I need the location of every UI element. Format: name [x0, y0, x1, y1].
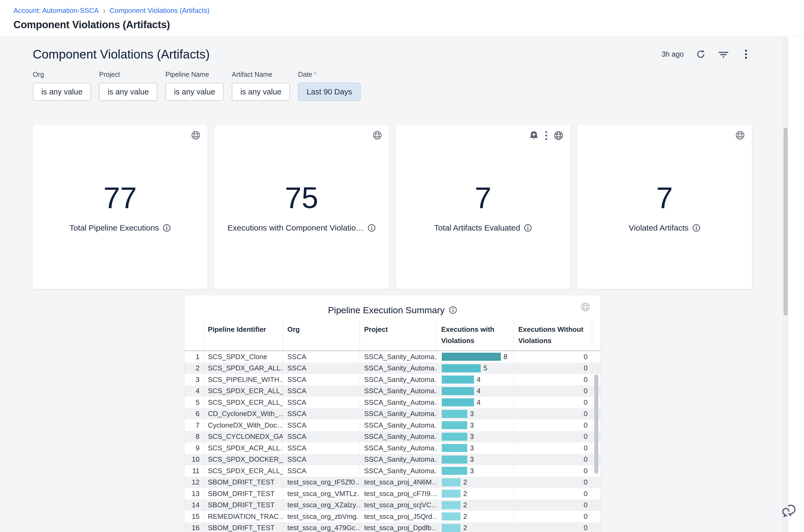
filter-pipeline-name-value-button[interactable]: is any value [165, 83, 224, 101]
violations-bar[interactable] [442, 524, 461, 532]
pipeline-identifier-cell[interactable]: SBOM_DRIFT_TEST [204, 477, 283, 488]
executions-without-violations-cell[interactable]: 0 [514, 385, 592, 397]
project-cell[interactable]: SSCA_Sanity_Automa… [360, 420, 437, 431]
violations-bar[interactable] [442, 467, 467, 475]
pipeline-identifier-cell[interactable]: SCS_SPDX_ECR_ALL_… [204, 385, 283, 397]
executions-with-violations-cell[interactable]: 4 [437, 374, 514, 385]
pipeline-identifier-cell[interactable]: REMEDIATION_TRAC… [204, 511, 283, 522]
violations-bar[interactable] [442, 512, 461, 520]
alert-bell-add-icon[interactable] [529, 130, 539, 141]
violations-bar[interactable] [442, 456, 467, 463]
project-cell[interactable]: SSCA_Sanity_Automa… [360, 363, 437, 374]
column-header-executions-without-violations[interactable]: Executions Without Violations [514, 320, 592, 350]
violations-bar[interactable] [442, 364, 481, 372]
executions-without-violations-cell[interactable]: 0 [514, 465, 592, 477]
org-cell[interactable]: SSCA [283, 385, 360, 397]
executions-with-violations-cell[interactable]: 3 [437, 408, 514, 420]
executions-without-violations-cell[interactable]: 0 [514, 442, 592, 454]
project-cell[interactable]: SSCA_Sanity_Automa… [360, 351, 437, 363]
violations-bar[interactable] [442, 398, 474, 406]
project-cell[interactable]: SSCA_Sanity_Automa… [360, 431, 437, 443]
project-cell[interactable]: test_ssca_proj_4N6M… [360, 477, 437, 488]
org-cell[interactable]: SSCA [283, 408, 360, 420]
project-cell[interactable]: test_ssca_proj_cF7I9… [360, 488, 437, 499]
executions-with-violations-cell[interactable]: 3 [437, 454, 514, 466]
org-cell[interactable]: SSCA [283, 420, 360, 431]
executions-with-violations-cell[interactable]: 2 [437, 477, 514, 488]
executions-with-violations-cell[interactable]: 8 [437, 351, 514, 363]
executions-with-violations-cell[interactable]: 4 [437, 397, 514, 408]
breadcrumb-current-link[interactable]: Component Violations (Artifacts) [110, 6, 209, 15]
filter-date-value-button[interactable]: Last 90 Days [298, 83, 361, 101]
globe-icon[interactable] [372, 130, 382, 140]
violations-bar[interactable] [442, 376, 474, 384]
pipeline-identifier-cell[interactable]: SCS_SPDX_ECR_ALL_… [204, 397, 283, 408]
project-cell[interactable]: SSCA_Sanity_Automa… [360, 397, 437, 408]
executions-with-violations-cell[interactable]: 3 [437, 442, 514, 454]
column-header-org[interactable]: Org [283, 320, 360, 350]
org-cell[interactable]: test_ssca_org_zbVmg… [283, 511, 360, 522]
pipeline-identifier-cell[interactable]: SCS_SPDX_Clone [204, 351, 283, 363]
executions-without-violations-cell[interactable]: 0 [514, 488, 592, 499]
org-cell[interactable]: SSCA [283, 442, 360, 454]
globe-icon[interactable] [554, 131, 563, 140]
violations-bar[interactable] [442, 353, 501, 361]
executions-without-violations-cell[interactable]: 0 [514, 454, 592, 466]
pipeline-identifier-cell[interactable]: SBOM_DRIFT_TEST [204, 499, 283, 511]
globe-icon[interactable] [581, 302, 590, 312]
executions-without-violations-cell[interactable]: 0 [514, 420, 592, 431]
executions-without-violations-cell[interactable]: 0 [514, 511, 592, 522]
info-icon[interactable] [692, 224, 700, 232]
project-cell[interactable]: SSCA_Sanity_Automa… [360, 385, 437, 397]
kebab-menu-icon[interactable] [741, 49, 751, 60]
org-cell[interactable]: SSCA [283, 351, 360, 363]
project-cell[interactable]: test_ssca_proj_J5Qrd… [360, 511, 437, 522]
info-icon[interactable] [368, 224, 376, 232]
project-cell[interactable]: SSCA_Sanity_Automa… [360, 454, 437, 466]
table-scrollbar-thumb[interactable] [594, 375, 598, 474]
org-cell[interactable]: SSCA [283, 363, 360, 374]
pipeline-identifier-cell[interactable]: CD_CycloneDX_With_… [204, 408, 283, 420]
project-cell[interactable]: SSCA_Sanity_Automa… [360, 465, 437, 477]
violations-bar[interactable] [442, 490, 461, 498]
column-header-pipeline-identifier[interactable]: Pipeline Identifier [204, 320, 283, 350]
org-cell[interactable]: SSCA [283, 397, 360, 408]
pipeline-identifier-cell[interactable]: SCS_SPDX_ECR_ALL_… [204, 465, 283, 477]
violations-bar[interactable] [442, 433, 467, 441]
executions-without-violations-cell[interactable]: 0 [514, 499, 592, 511]
pipeline-identifier-cell[interactable]: SBOM_DRIFT_TEST [204, 488, 283, 499]
filter-project-value-button[interactable]: is any value [99, 83, 157, 101]
pipeline-identifier-cell[interactable]: SCS_SPDX_DOCKER_… [204, 454, 283, 466]
filter-org-value-button[interactable]: is any value [33, 83, 91, 101]
executions-with-violations-cell[interactable]: 3 [437, 420, 514, 431]
executions-without-violations-cell[interactable]: 0 [514, 408, 592, 420]
violations-bar[interactable] [442, 478, 461, 487]
project-cell[interactable]: SSCA_Sanity_Automa… [360, 442, 437, 454]
org-cell[interactable]: SSCA [283, 465, 360, 477]
kebab-menu-icon[interactable] [545, 131, 548, 140]
executions-without-violations-cell[interactable]: 0 [514, 431, 592, 443]
violations-bar[interactable] [442, 444, 467, 452]
org-cell[interactable]: test_ssca_org_XZalzy… [283, 499, 360, 511]
executions-without-violations-cell[interactable]: 0 [514, 522, 592, 532]
org-cell[interactable]: test_ssca_org_VMTLz… [283, 488, 360, 499]
violations-bar[interactable] [442, 501, 461, 509]
globe-icon[interactable] [735, 130, 745, 140]
executions-with-violations-cell[interactable]: 4 [437, 385, 514, 397]
column-header-project[interactable]: Project [360, 320, 437, 350]
pipeline-identifier-cell[interactable]: SCS_CYCLONEDX_GA… [204, 431, 283, 443]
column-header-row-number[interactable] [185, 320, 204, 350]
executions-with-violations-cell[interactable]: 2 [437, 488, 514, 499]
project-cell[interactable]: SSCA_Sanity_Automa… [360, 408, 437, 420]
executions-without-violations-cell[interactable]: 0 [514, 351, 592, 363]
violations-bar[interactable] [442, 410, 467, 418]
project-cell[interactable]: SSCA_Sanity_Automa… [360, 374, 437, 385]
pipeline-identifier-cell[interactable]: SCS_SPDX_ACR_ALL… [204, 442, 283, 454]
executions-without-violations-cell[interactable]: 0 [514, 374, 592, 385]
chat-help-icon[interactable] [781, 502, 798, 521]
breadcrumb-account-link[interactable]: Account: Automation-SSCA [14, 6, 99, 15]
executions-with-violations-cell[interactable]: 2 [437, 499, 514, 511]
executions-without-violations-cell[interactable]: 0 [514, 477, 592, 488]
info-icon[interactable] [449, 306, 457, 314]
info-icon[interactable] [524, 224, 532, 232]
